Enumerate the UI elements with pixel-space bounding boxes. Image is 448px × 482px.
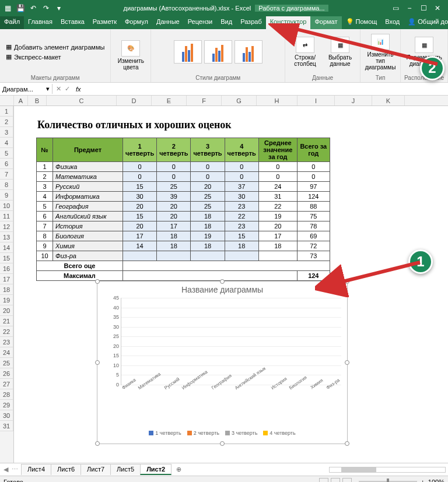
chart-legend[interactable]: 1 четверть2 четверть3 четверть4 четверть [97, 430, 347, 436]
zoom-out-button[interactable]: − [352, 479, 355, 483]
row-header[interactable]: 19 [0, 295, 13, 305]
add-chart-element-button[interactable]: ▦Добавить элемент диаграммы [4, 43, 107, 51]
qat-customize-icon[interactable]: ▾ [55, 4, 63, 12]
resize-handle[interactable] [345, 441, 349, 446]
resize-handle[interactable] [95, 360, 100, 365]
cells[interactable]: Количество отличных и хороших оценок №Пр… [14, 106, 448, 463]
tab-developer[interactable]: Разраб [236, 16, 266, 29]
select-data-button[interactable]: ▦Выбрать данные [324, 37, 356, 67]
row-header[interactable]: 9 [0, 190, 13, 200]
row-header[interactable]: 25 [0, 358, 13, 368]
column-header[interactable]: D [117, 96, 152, 105]
resize-handle[interactable] [345, 279, 349, 284]
redo-icon[interactable]: ↷ [42, 4, 50, 12]
column-header[interactable]: B [28, 96, 47, 105]
tab-formulas[interactable]: Формул [121, 16, 152, 29]
resize-handle[interactable] [345, 360, 349, 365]
row-header[interactable]: 4 [0, 138, 13, 148]
fx-icon[interactable]: fx [74, 86, 83, 93]
column-header[interactable]: K [372, 96, 405, 105]
row-header[interactable]: 8 [0, 180, 13, 190]
row-header[interactable]: 16 [0, 263, 13, 274]
row-header[interactable]: 1 [0, 106, 13, 117]
share-button[interactable]: 👤 Общий доступ [404, 16, 448, 29]
add-sheet-button[interactable]: ⊕ [172, 466, 186, 473]
row-header[interactable]: 22 [0, 326, 13, 337]
row-header[interactable]: 28 [0, 389, 13, 400]
switch-row-col-button[interactable]: ⇄Строка/ столбец [289, 37, 321, 67]
undo-icon[interactable]: ↶ [29, 4, 37, 12]
column-header[interactable]: I [298, 96, 335, 105]
sheet-tab[interactable]: Лист2 [140, 464, 172, 475]
row-header[interactable]: 20 [0, 305, 13, 316]
chart-style-thumb[interactable] [174, 40, 202, 64]
column-header[interactable]: J [335, 96, 372, 105]
row-header[interactable]: 17 [0, 274, 13, 284]
sheet-tab[interactable]: Лист4 [21, 464, 51, 475]
resize-handle[interactable] [220, 279, 225, 284]
tell-me[interactable]: 💡 Помощ [342, 16, 382, 29]
minimize-icon[interactable]: − [405, 3, 414, 13]
page-layout-view-button[interactable] [331, 478, 340, 483]
sheet-tab[interactable]: Лист6 [51, 464, 81, 475]
row-header[interactable]: 18 [0, 284, 13, 295]
horizontal-scrollbar[interactable] [329, 467, 446, 473]
chart-title[interactable]: Название диаграммы [97, 282, 347, 298]
tab-file[interactable]: Файл [0, 16, 24, 29]
row-header[interactable]: 31 [0, 421, 13, 431]
normal-view-button[interactable] [319, 478, 328, 483]
column-header[interactable]: C [47, 96, 117, 105]
column-header[interactable]: A [14, 96, 28, 105]
close-icon[interactable]: ✕ [433, 3, 442, 13]
sheet-nav-prev-icon[interactable]: ◀ [4, 466, 8, 473]
sign-in[interactable]: Вход [381, 16, 404, 29]
row-header[interactable]: 26 [0, 368, 13, 379]
zoom-level[interactable]: 100% [428, 479, 444, 483]
column-header[interactable]: F [187, 96, 222, 105]
row-header[interactable]: 7 [0, 169, 13, 180]
tab-page-layout[interactable]: Разметк [89, 16, 121, 29]
row-header[interactable]: 23 [0, 337, 13, 347]
column-header[interactable]: E [152, 96, 187, 105]
row-header[interactable]: 29 [0, 400, 13, 410]
row-header[interactable]: 5 [0, 148, 13, 159]
row-header[interactable]: 27 [0, 379, 13, 389]
maximize-icon[interactable]: ☐ [419, 3, 428, 13]
name-box[interactable]: Диаграм...▾ [0, 84, 52, 94]
resize-handle[interactable] [220, 441, 225, 446]
cancel-formula-icon[interactable]: ✕ [56, 85, 61, 93]
row-header[interactable]: 10 [0, 200, 13, 211]
row-header[interactable]: 24 [0, 347, 13, 358]
select-all-button[interactable] [0, 96, 14, 105]
resize-handle[interactable] [95, 279, 100, 284]
sheet-tab[interactable]: Лист7 [80, 464, 111, 475]
tab-view[interactable]: Вид [216, 16, 236, 29]
row-header[interactable]: 2 [0, 117, 13, 127]
page-break-view-button[interactable] [342, 478, 352, 483]
tab-data[interactable]: Данные [152, 16, 184, 29]
row-header[interactable]: 6 [0, 159, 13, 169]
tab-chart-format[interactable]: Формат [310, 16, 341, 29]
embedded-chart[interactable]: Название диаграммы 051015202530354045 Фи… [97, 281, 348, 444]
row-header[interactable]: 15 [0, 253, 13, 263]
enter-formula-icon[interactable]: ✓ [65, 85, 70, 93]
column-header[interactable]: G [222, 96, 257, 105]
resize-handle[interactable] [95, 441, 100, 446]
ribbon-options-icon[interactable]: ▭ [391, 3, 400, 13]
column-header[interactable]: H [257, 96, 298, 105]
formula-bar[interactable] [83, 88, 448, 90]
row-header[interactable]: 14 [0, 242, 13, 253]
quick-layout-button[interactable]: ▦Экспресс-макет [4, 52, 107, 61]
row-header[interactable]: 30 [0, 410, 13, 421]
row-header[interactable]: 3 [0, 127, 13, 138]
row-header[interactable]: 21 [0, 316, 13, 326]
sheet-tab[interactable]: Лист5 [110, 464, 141, 475]
chevron-down-icon[interactable]: ▾ [46, 85, 50, 93]
save-icon[interactable]: 💾 [16, 4, 24, 12]
chart-style-thumb[interactable] [235, 40, 262, 64]
row-header[interactable]: 13 [0, 232, 13, 242]
chart-style-gallery[interactable] [174, 30, 262, 73]
row-header[interactable]: 11 [0, 211, 13, 221]
tab-home[interactable]: Главная [24, 16, 57, 29]
chart-plot-area[interactable]: 051015202530354045 [121, 298, 341, 385]
